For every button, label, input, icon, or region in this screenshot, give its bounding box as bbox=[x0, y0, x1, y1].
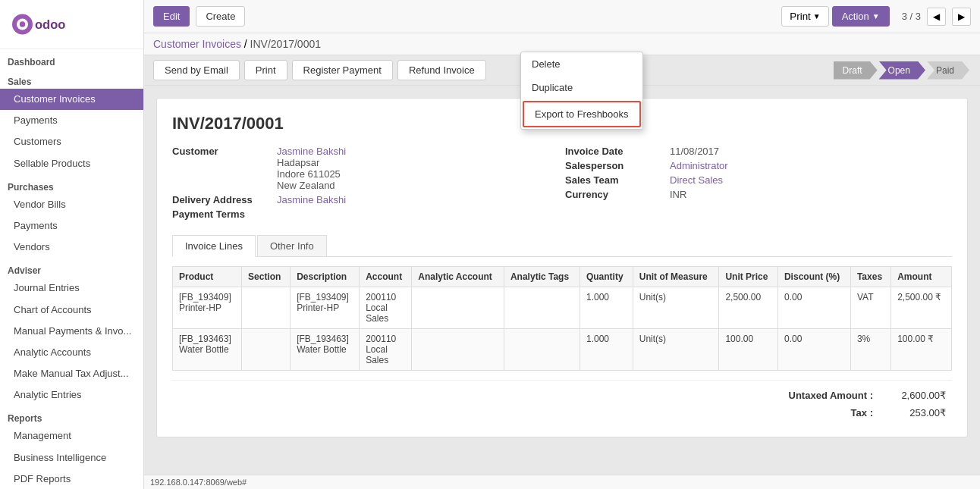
dropdown-item-delete[interactable]: Delete bbox=[521, 52, 642, 76]
sidebar-item-management[interactable]: Management bbox=[0, 425, 143, 447]
print-invoice-button[interactable]: Print bbox=[244, 60, 287, 80]
dropdown-item-duplicate[interactable]: Duplicate bbox=[521, 76, 642, 99]
sidebar-item-customer-invoices[interactable]: Customer Invoices bbox=[0, 89, 143, 110]
th-analytic-account: Analytic Account bbox=[412, 267, 504, 287]
tax-label: Tax : bbox=[759, 407, 873, 418]
customer-value: Jasmine Bakshi Hadapsar Indore 611025 Ne… bbox=[277, 146, 346, 191]
sidebar-item-analytic-accounts[interactable]: Analytic Accounts bbox=[0, 342, 143, 363]
sidebar-section-purchases: Purchases Vendor Bills Payments Vendors bbox=[0, 174, 143, 259]
table-cell-1-9: 0.00 bbox=[777, 329, 850, 371]
dropdown-item-export-freshbooks[interactable]: Export to Freshbooks bbox=[523, 101, 641, 127]
status-draft[interactable]: Draft bbox=[834, 61, 878, 80]
send-by-email-button[interactable]: Send by Email bbox=[153, 60, 240, 80]
th-amount: Amount bbox=[891, 267, 952, 287]
table-cell-1-2: [FB_193463] Water Bottle bbox=[291, 329, 360, 371]
currency-field: Currency INR bbox=[565, 189, 952, 200]
sidebar-item-business-intelligence[interactable]: Business Intelligence bbox=[0, 447, 143, 469]
table-row[interactable]: [FB_193409] Printer-HP[FB_193409] Printe… bbox=[173, 287, 952, 329]
section-title-reports: Reports bbox=[0, 409, 143, 425]
invoice-card: INV/2017/0001 Customer Jasmine Bakshi Ha… bbox=[156, 98, 968, 437]
sidebar-section-adviser: Adviser Journal Entries Chart of Account… bbox=[0, 258, 143, 406]
sales-team-field: Sales Team Direct Sales bbox=[565, 174, 952, 186]
nav-prev-button[interactable]: ◀ bbox=[927, 8, 946, 26]
delivery-address-field: Delivery Address Jasmine Bakshi bbox=[172, 194, 559, 205]
delivery-address-label: Delivery Address bbox=[172, 194, 271, 205]
table-cell-1-3: 200110 Local Sales bbox=[360, 329, 412, 371]
sidebar-item-journal-entries[interactable]: Journal Entries bbox=[0, 277, 143, 299]
table-cell-0-7: Unit(s) bbox=[633, 287, 719, 329]
salesperson-field: Salesperson Administrator bbox=[565, 160, 952, 171]
nav-next-button[interactable]: ▶ bbox=[952, 8, 971, 26]
section-title-adviser: Adviser bbox=[0, 261, 143, 277]
salesperson-value[interactable]: Administrator bbox=[670, 160, 728, 171]
sidebar-item-manual-payments[interactable]: Manual Payments & Invo... bbox=[0, 321, 143, 342]
th-product: Product bbox=[173, 267, 242, 287]
invoice-left-fields: Customer Jasmine Bakshi Hadapsar Indore … bbox=[172, 146, 559, 223]
currency-value: INR bbox=[670, 189, 686, 200]
customer-name[interactable]: Jasmine Bakshi bbox=[277, 146, 346, 157]
invoice-right-fields: Invoice Date 11/08/2017 Salesperson Admi… bbox=[565, 146, 952, 223]
table-cell-0-8: 2,500.00 bbox=[719, 287, 778, 329]
invoice-date-value: 11/08/2017 bbox=[670, 146, 719, 157]
refund-invoice-button[interactable]: Refund Invoice bbox=[397, 60, 486, 80]
sidebar-item-analytic-entries[interactable]: Analytic Entries bbox=[0, 384, 143, 406]
sales-team-value[interactable]: Direct Sales bbox=[670, 174, 723, 186]
odoo-logo: odoo bbox=[12, 9, 131, 39]
status-open[interactable]: Open bbox=[879, 61, 925, 80]
table-cell-1-10: 3% bbox=[850, 329, 890, 371]
sidebar-item-vendors[interactable]: Vendors bbox=[0, 237, 143, 258]
th-description: Description bbox=[291, 267, 360, 287]
action-button[interactable]: Action ▼ bbox=[832, 6, 890, 27]
sidebar-item-payments-sales[interactable]: Payments bbox=[0, 110, 143, 131]
svg-text:odoo: odoo bbox=[35, 17, 65, 31]
section-title-sales: Sales bbox=[0, 72, 143, 89]
sidebar-item-make-manual-tax[interactable]: Make Manual Tax Adjust... bbox=[0, 363, 143, 384]
nav-counter: 3 / 3 bbox=[902, 11, 921, 22]
table-cell-1-0: [FB_193463] Water Bottle bbox=[173, 329, 242, 371]
create-button[interactable]: Create bbox=[196, 6, 245, 27]
table-cell-0-5 bbox=[504, 287, 580, 329]
table-cell-0-10: VAT bbox=[850, 287, 890, 329]
th-account: Account bbox=[360, 267, 412, 287]
th-quantity: Quantity bbox=[580, 267, 633, 287]
edit-button[interactable]: Edit bbox=[153, 6, 190, 27]
table-header-row: Product Section Description Account Anal… bbox=[173, 267, 952, 287]
breadcrumb-separator: / bbox=[244, 38, 250, 50]
breadcrumb-link[interactable]: Customer Invoices bbox=[153, 38, 241, 50]
action-label: Action bbox=[842, 11, 869, 22]
table-cell-1-8: 100.00 bbox=[719, 329, 778, 371]
tab-invoice-lines[interactable]: Invoice Lines bbox=[172, 235, 256, 257]
action-dropdown-menu: Delete Duplicate Export to Freshbooks bbox=[520, 52, 643, 130]
sidebar-item-customers[interactable]: Customers bbox=[0, 131, 143, 152]
statusbar: Draft Open Paid bbox=[834, 61, 971, 80]
currency-label: Currency bbox=[565, 189, 664, 200]
url-bar: 192.168.0.147:8069/web# bbox=[144, 475, 980, 489]
sidebar-item-chart-of-accounts[interactable]: Chart of Accounts bbox=[0, 299, 143, 321]
section-title-dashboard: Dashboard bbox=[0, 52, 143, 69]
customer-label: Customer bbox=[172, 146, 271, 191]
payment-terms-field: Payment Terms bbox=[172, 208, 559, 220]
topbar: Edit Create Print ▼ Action ▼ 3 / 3 ◀ ▶ bbox=[144, 0, 980, 33]
delivery-address-value[interactable]: Jasmine Bakshi bbox=[277, 194, 346, 205]
customer-field: Customer Jasmine Bakshi Hadapsar Indore … bbox=[172, 146, 559, 191]
table-cell-0-2: [FB_193409] Printer-HP bbox=[291, 287, 360, 329]
table-cell-0-3: 200110 Local Sales bbox=[360, 287, 412, 329]
th-taxes: Taxes bbox=[850, 267, 890, 287]
status-paid[interactable]: Paid bbox=[927, 61, 969, 80]
table-row[interactable]: [FB_193463] Water Bottle[FB_193463] Wate… bbox=[173, 329, 952, 371]
register-payment-button[interactable]: Register Payment bbox=[292, 60, 393, 80]
tab-other-info[interactable]: Other Info bbox=[257, 235, 327, 256]
customer-address-line3: New Zealand bbox=[277, 180, 346, 191]
sidebar-item-sellable-products[interactable]: Sellable Products bbox=[0, 153, 143, 174]
sidebar-item-pdf-reports[interactable]: PDF Reports bbox=[0, 469, 143, 489]
untaxed-amount-label: Untaxed Amount : bbox=[759, 390, 873, 401]
invoice-table: Product Section Description Account Anal… bbox=[172, 266, 952, 371]
th-discount: Discount (%) bbox=[777, 267, 850, 287]
th-section: Section bbox=[242, 267, 291, 287]
table-cell-1-11: 100.00 ₹ bbox=[891, 329, 952, 371]
sidebar-item-vendor-bills[interactable]: Vendor Bills bbox=[0, 194, 143, 215]
sidebar-item-payments-purchases[interactable]: Payments bbox=[0, 215, 143, 237]
sidebar: odoo Dashboard Sales Customer Invoices P… bbox=[0, 0, 144, 489]
totals-section: Untaxed Amount : 2,600.00₹ Tax : 253.00₹ bbox=[172, 380, 952, 422]
print-button[interactable]: Print ▼ bbox=[781, 6, 828, 27]
